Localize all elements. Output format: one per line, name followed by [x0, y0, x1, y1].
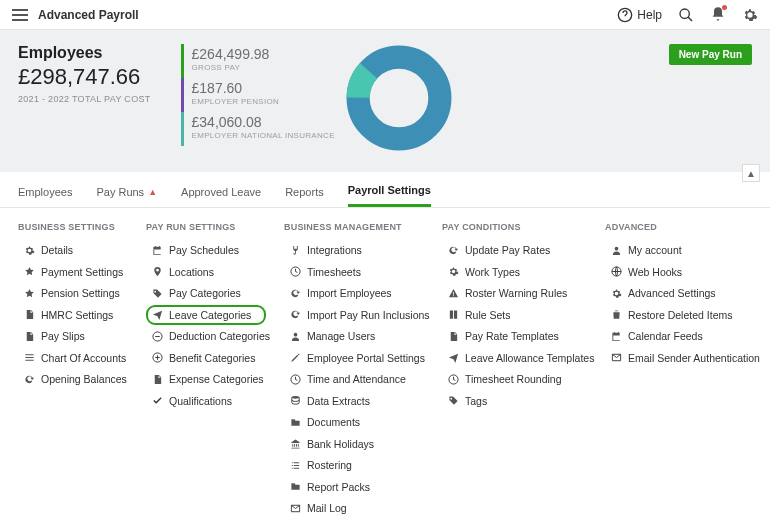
settings-item-integrations[interactable]: Integrations — [284, 240, 424, 260]
help-button[interactable]: Help — [617, 7, 662, 23]
settings-item-label: Expense Categories — [169, 373, 264, 385]
doc-icon — [152, 374, 163, 385]
settings-item-pay-schedules[interactable]: Pay Schedules — [146, 240, 266, 260]
settings-item-mail-log[interactable]: Mail Log — [284, 498, 424, 518]
settings-item-pay-categories[interactable]: Pay Categories — [146, 283, 266, 303]
menu-icon[interactable] — [12, 9, 28, 21]
tab-payroll-settings[interactable]: Payroll Settings — [348, 184, 431, 207]
settings-item-label: Work Types — [465, 266, 520, 278]
settings-item-pay-rate-templates[interactable]: Pay Rate Templates — [442, 326, 587, 346]
collapse-toggle[interactable]: ▲ — [742, 164, 760, 182]
warning-icon: ▲ — [148, 187, 157, 197]
donut-chart — [345, 44, 453, 154]
tab-reports[interactable]: Reports — [285, 184, 324, 207]
stat-employer-ni: £34,060.08 EMPLOYER NATIONAL INSURANCE — [181, 112, 335, 146]
tab-pay-runs[interactable]: Pay Runs ▲ — [96, 184, 157, 207]
settings-item-manage-users[interactable]: Manage Users — [284, 326, 424, 346]
settings-item-rostering[interactable]: Rostering — [284, 455, 424, 475]
settings-item-timesheet-rounding[interactable]: Timesheet Rounding — [442, 369, 587, 389]
settings-item-documents[interactable]: Documents — [284, 412, 424, 432]
settings-item-pay-slips[interactable]: Pay Slips — [18, 326, 128, 346]
settings-item-data-extracts[interactable]: Data Extracts — [284, 391, 424, 411]
settings-item-label: Leave Allowance Templates — [465, 352, 594, 364]
settings-item-web-hooks[interactable]: Web Hooks — [605, 262, 765, 282]
settings-item-label: Payment Settings — [41, 266, 123, 278]
settings-item-my-account[interactable]: My account — [605, 240, 765, 260]
settings-item-label: Rostering — [307, 459, 352, 471]
folder-icon — [290, 481, 301, 492]
settings-item-leave-categories[interactable]: Leave Categories — [146, 305, 266, 325]
refresh-icon — [290, 309, 301, 320]
settings-item-chart-of-accounts[interactable]: Chart Of Accounts — [18, 348, 128, 368]
mail-icon — [290, 503, 301, 514]
settings-item-qualifications[interactable]: Qualifications — [146, 391, 266, 411]
notifications-button[interactable] — [710, 6, 726, 24]
settings-item-update-pay-rates[interactable]: Update Pay Rates — [442, 240, 587, 260]
tab-employees[interactable]: Employees — [18, 184, 72, 207]
section-heading: PAY CONDITIONS — [442, 222, 587, 232]
settings-item-work-types[interactable]: Work Types — [442, 262, 587, 282]
settings-item-leave-allowance-templates[interactable]: Leave Allowance Templates — [442, 348, 587, 368]
settings-item-restore-deleted-items[interactable]: Restore Deleted Items — [605, 305, 765, 325]
settings-item-locations[interactable]: Locations — [146, 262, 266, 282]
settings-item-label: Email Sender Authentication — [628, 352, 760, 364]
globe-icon — [611, 266, 622, 277]
settings-item-label: Leave Categories — [169, 309, 251, 321]
settings-item-tags[interactable]: Tags — [442, 391, 587, 411]
settings-item-calendar-feeds[interactable]: Calendar Feeds — [605, 326, 765, 346]
gear-icon[interactable] — [742, 7, 758, 23]
trash-icon — [611, 309, 622, 320]
doc-icon — [24, 331, 35, 342]
settings-item-import-employees[interactable]: Import Employees — [284, 283, 424, 303]
settings-item-roster-warning-rules[interactable]: Roster Warning Rules — [442, 283, 587, 303]
doc-icon — [24, 309, 35, 320]
settings-item-label: Benefit Categories — [169, 352, 255, 364]
settings-item-label: Time and Attendance — [307, 373, 406, 385]
new-pay-run-button[interactable]: New Pay Run — [669, 44, 752, 65]
settings-item-label: Locations — [169, 266, 214, 278]
svg-point-8 — [358, 57, 440, 139]
settings-item-details[interactable]: Details — [18, 240, 128, 260]
settings-item-rule-sets[interactable]: Rule Sets — [442, 305, 587, 325]
settings-item-label: Advanced Settings — [628, 287, 716, 299]
star-icon — [24, 288, 35, 299]
settings-item-label: Documents — [307, 416, 360, 428]
settings-item-bank-holidays[interactable]: Bank Holidays — [284, 434, 424, 454]
settings-item-payment-settings[interactable]: Payment Settings — [18, 262, 128, 282]
settings-item-opening-balances[interactable]: Opening Balances — [18, 369, 128, 389]
gear-icon — [24, 245, 35, 256]
tab-approved-leave[interactable]: Approved Leave — [181, 184, 261, 207]
settings-item-deduction-categories[interactable]: Deduction Categories — [146, 326, 266, 346]
col-pay-conditions: PAY CONDITIONSUpdate Pay RatesWork Types… — [442, 222, 587, 520]
minus-icon — [152, 331, 163, 342]
settings-item-label: Update Pay Rates — [465, 244, 550, 256]
gear-icon — [448, 266, 459, 277]
stat-employer-pension: £187.60 EMPLOYER PENSION — [181, 78, 335, 112]
settings-item-label: Pay Rate Templates — [465, 330, 559, 342]
settings-item-email-sender-authentication[interactable]: Email Sender Authentication — [605, 348, 765, 368]
search-icon[interactable] — [678, 7, 694, 23]
settings-item-label: Integrations — [307, 244, 362, 256]
settings-item-import-pay-run-inclusions[interactable]: Import Pay Run Inclusions — [284, 305, 424, 325]
settings-item-label: Pension Settings — [41, 287, 120, 299]
settings-item-timesheets[interactable]: Timesheets — [284, 262, 424, 282]
settings-item-hmrc-settings[interactable]: HMRC Settings — [18, 305, 128, 325]
settings-item-pension-settings[interactable]: Pension Settings — [18, 283, 128, 303]
settings-item-label: Import Employees — [307, 287, 392, 299]
list-icon — [290, 460, 301, 471]
settings-item-expense-categories[interactable]: Expense Categories — [146, 369, 266, 389]
refresh-icon — [290, 288, 301, 299]
settings-item-benefit-categories[interactable]: Benefit Categories — [146, 348, 266, 368]
settings-item-time-and-attendance[interactable]: Time and Attendance — [284, 369, 424, 389]
summary-amount: £298,747.66 — [18, 64, 151, 90]
settings-item-report-packs[interactable]: Report Packs — [284, 477, 424, 497]
stat-gross-pay: £264,499.98 GROSS PAY — [181, 44, 335, 78]
section-heading: BUSINESS MANAGEMENT — [284, 222, 424, 232]
settings-item-label: Report Packs — [307, 481, 370, 493]
plane-icon — [448, 352, 459, 363]
settings-item-label: Manage Users — [307, 330, 375, 342]
section-heading: ADVANCED — [605, 222, 765, 232]
check-icon — [152, 395, 163, 406]
settings-item-advanced-settings[interactable]: Advanced Settings — [605, 283, 765, 303]
settings-item-employee-portal-settings[interactable]: Employee Portal Settings — [284, 348, 424, 368]
